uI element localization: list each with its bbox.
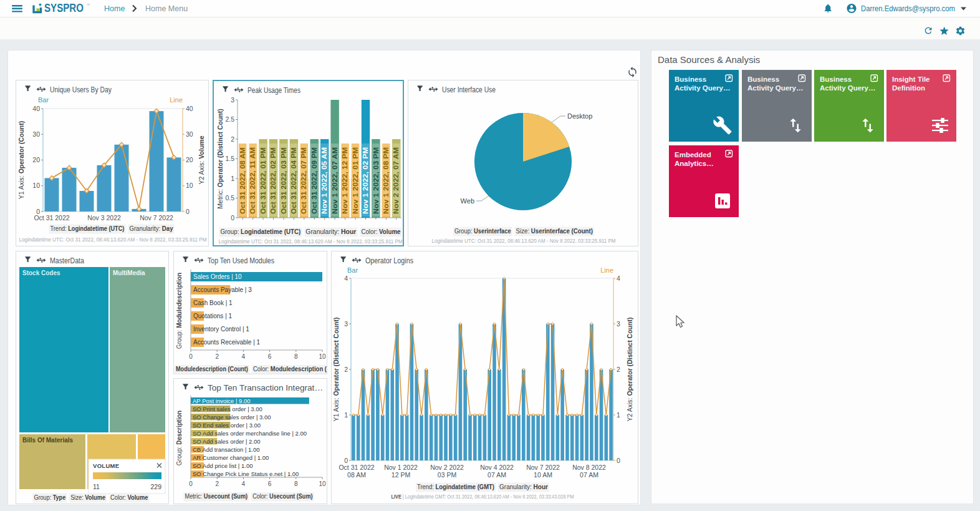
svg-text:Unique Users By Day: Unique Users By Day [50, 85, 112, 94]
svg-text:Operator Logins: Operator Logins [365, 256, 413, 265]
svg-text:Top Ten Transaction Integrat…: Top Ten Transaction Integrat… [208, 384, 323, 392]
svg-text:10: 10 [32, 182, 40, 189]
svg-text:Nov 1 2022, 07 AM: Nov 1 2022, 07 AM [332, 147, 339, 214]
svg-text:Nov 7 2022: Nov 7 2022 [526, 464, 560, 471]
svg-text:SO Change sales order | 3.00: SO Change sales order | 3.00 [193, 414, 271, 421]
svg-text:Insight Tile: Insight Tile [892, 75, 930, 83]
svg-text:12 PM: 12 PM [392, 471, 410, 479]
svg-text:CB Add transaction | 1.00: CB Add transaction | 1.00 [193, 446, 260, 453]
svg-text:Group: Userinterface: Group: Userinterface [454, 227, 511, 235]
svg-text:Trend: Logindatetime (GMT): Trend: Logindatetime (GMT) [417, 483, 494, 490]
svg-text:Color: Volume: Color: Volume [361, 228, 400, 235]
svg-text:Nov 1 2022, 08 PM: Nov 1 2022, 08 PM [383, 147, 390, 214]
svg-text:0: 0 [617, 457, 620, 464]
svg-text:Nov 8 2022: Nov 8 2022 [572, 464, 606, 471]
svg-text:Bar: Bar [38, 96, 49, 104]
svg-text:Oct 31 2022, 03 PM: Oct 31 2022, 03 PM [281, 147, 287, 214]
svg-text:Desktop: Desktop [567, 112, 592, 120]
svg-text:07 AM: 07 AM [488, 471, 506, 479]
svg-text:2: 2 [215, 480, 219, 487]
svg-text:Home Menu: Home Menu [145, 4, 188, 13]
svg-text:Nov 1 2022, 03 PM: Nov 1 2022, 03 PM [373, 147, 380, 214]
svg-text:Line: Line [170, 96, 183, 104]
svg-text:Quotations | 1: Quotations | 1 [193, 313, 233, 319]
svg-text:10: 10 [319, 480, 326, 487]
svg-text:Nov 3 2022: Nov 3 2022 [87, 214, 121, 221]
svg-text:30: 30 [186, 130, 193, 138]
svg-text:Size: Volume: Size: Volume [70, 494, 105, 501]
svg-text:20: 20 [186, 156, 193, 163]
svg-text:Nov 2 2022: Nov 2 2022 [430, 464, 464, 471]
svg-text:Definition: Definition [892, 84, 925, 92]
svg-text:Stock Codes: Stock Codes [22, 270, 60, 276]
svg-text:229: 229 [150, 483, 161, 490]
svg-text:Group: Moduledescription: Group: Moduledescription [176, 273, 183, 349]
svg-text:Embedded: Embedded [675, 151, 711, 158]
svg-text:20: 20 [32, 156, 40, 163]
svg-text:Business: Business [820, 75, 852, 83]
svg-text:SO End sales order | 3.00: SO End sales order | 3.00 [193, 422, 261, 429]
svg-text:Top Ten Used Modules: Top Ten Used Modules [208, 256, 274, 265]
svg-text:Nov 7 2022: Nov 7 2022 [140, 214, 173, 221]
svg-text:AR Customer changed | 1.00: AR Customer changed | 1.00 [193, 454, 269, 461]
svg-text:Inventory Control | 1: Inventory Control | 1 [193, 326, 249, 333]
svg-text:4: 4 [242, 353, 246, 360]
svg-text:Oct 31 2022, 02 PM: Oct 31 2022, 02 PM [270, 147, 277, 214]
svg-text:User Interface Use: User Interface Use [442, 85, 496, 94]
svg-text:10: 10 [186, 182, 193, 189]
svg-text:Nov 2 2022, 07 AM: Nov 2 2022, 07 AM [393, 147, 400, 214]
svg-text:Web: Web [461, 197, 474, 205]
svg-text:Cash Book | 1: Cash Book | 1 [193, 299, 233, 306]
svg-text:Color: Usecount (Sum): Color: Usecount (Sum) [252, 492, 312, 500]
svg-text:1.5: 1.5 [225, 155, 234, 162]
svg-text:Color: Moduledescription (: Color: Moduledescription ( [253, 365, 327, 372]
svg-text:Nov 4 2022: Nov 4 2022 [480, 464, 514, 471]
svg-text:Nov 1 2022: Nov 1 2022 [384, 464, 418, 471]
svg-text:™: ™ [86, 3, 90, 7]
svg-text:07 AM: 07 AM [580, 471, 598, 479]
svg-text:08 AM: 08 AM [347, 471, 366, 479]
svg-text:2.5: 2.5 [225, 115, 234, 123]
svg-text:Sales Orders | 10: Sales Orders | 10 [193, 273, 242, 280]
svg-text:Accounts Payable | 3: Accounts Payable | 3 [193, 286, 252, 293]
svg-text:Business: Business [747, 75, 779, 83]
svg-text:Oct 31 2022, 08 AM: Oct 31 2022, 08 AM [239, 147, 246, 214]
svg-text:Oct 31 2022: Oct 31 2022 [34, 214, 69, 221]
svg-text:Metric: Operator (Distinct Cou: Metric: Operator (Distinct Count) [216, 109, 224, 208]
svg-text:Group: Description: Group: Description [176, 411, 183, 465]
svg-text:8: 8 [294, 480, 298, 487]
svg-text:3: 3 [344, 320, 348, 328]
svg-text:2: 2 [344, 366, 348, 373]
svg-text:Color: Volume: Color: Volume [110, 494, 148, 501]
svg-text:SO Add price list | 1.00: SO Add price list | 1.00 [193, 462, 252, 469]
svg-text:Nov 1 2022, 02 PM: Nov 1 2022, 02 PM [362, 147, 369, 214]
svg-text:Activity Query…: Activity Query… [675, 84, 730, 92]
svg-text:Nov 1 2022, 01 PM: Nov 1 2022, 01 PM [352, 147, 359, 214]
svg-text:Line: Line [600, 266, 613, 274]
svg-text:4: 4 [242, 480, 246, 487]
svg-text:Granularity: Hour: Granularity: Hour [305, 228, 357, 235]
svg-text:SO Change Pick Line Status e.n: SO Change Pick Line Status e.net | 1.00 [193, 470, 299, 477]
svg-text:Oct 31 2022, 09 PM: Oct 31 2022, 09 PM [311, 147, 318, 214]
svg-text:LIVE | Logindatetime GMT: Oct: LIVE | Logindatetime GMT: Oct 31 2022, 0… [392, 494, 574, 500]
svg-text:Accounts Receivable | 1: Accounts Receivable | 1 [193, 339, 261, 346]
svg-text:6: 6 [268, 353, 272, 360]
svg-text:SO Add sales order | 2.00: SO Add sales order | 2.00 [193, 438, 261, 445]
svg-text:Home: Home [104, 4, 125, 13]
svg-text:Oct 31 2022, 04 PM: Oct 31 2022, 04 PM [291, 147, 297, 214]
svg-text:Activity Query…: Activity Query… [820, 84, 875, 92]
svg-text:6: 6 [268, 480, 272, 487]
svg-text:4: 4 [344, 275, 348, 282]
svg-text:MasterData: MasterData [50, 256, 84, 265]
svg-text:40: 40 [32, 105, 40, 112]
svg-text:Metric: Usecount (Sum): Metric: Usecount (Sum) [185, 492, 248, 500]
svg-text:3: 3 [617, 320, 620, 328]
svg-text:Y2 Axis: Operator (Distinct Co: Y2 Axis: Operator (Distinct Count) [626, 318, 633, 422]
svg-text:10: 10 [319, 353, 326, 360]
svg-text:Nov 1 2022, 12 PM: Nov 1 2022, 12 PM [342, 147, 348, 214]
svg-text:Group: Type: Group: Type [34, 494, 66, 501]
svg-text:Oct 31 2022, 11 AM: Oct 31 2022, 11 AM [249, 147, 256, 214]
svg-text:AP Post invoice | 9.00: AP Post invoice | 9.00 [193, 397, 251, 404]
svg-text:0: 0 [186, 208, 190, 215]
svg-text:3: 3 [231, 96, 234, 104]
